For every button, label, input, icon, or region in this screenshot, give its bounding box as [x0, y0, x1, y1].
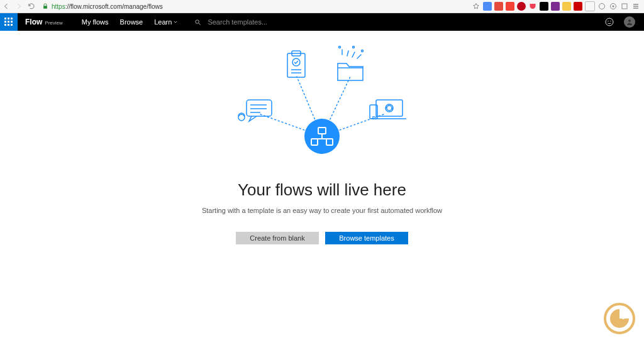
search-area[interactable]: [194, 18, 335, 26]
nav-learn[interactable]: Learn: [154, 18, 178, 26]
svg-point-6: [606, 18, 613, 26]
lock-icon: [42, 3, 49, 10]
browse-templates-button[interactable]: Browse templates: [325, 232, 408, 244]
extension-icon[interactable]: [494, 2, 503, 11]
svg-point-8: [610, 21, 611, 21]
search-input[interactable]: [206, 18, 335, 26]
svg-point-0: [599, 4, 605, 9]
brand-tag: Preview: [45, 20, 62, 26]
svg-line-33: [357, 55, 361, 58]
account-button[interactable]: [624, 16, 635, 28]
waffle-icon: [4, 18, 13, 26]
app-launcher-button[interactable]: [0, 13, 18, 31]
svg-rect-37: [376, 100, 402, 116]
svg-point-43: [620, 313, 626, 319]
extension-icon[interactable]: [597, 2, 606, 11]
svg-rect-20: [247, 100, 272, 116]
browser-reload-button[interactable]: [26, 1, 36, 11]
star-icon[interactable]: [472, 2, 480, 11]
svg-point-4: [196, 19, 199, 23]
browser-chrome: https://flow.microsoft.com/manage/flows: [0, 0, 644, 13]
svg-rect-3: [622, 4, 627, 9]
main-content: Your flows will live here Starting with …: [0, 42, 644, 244]
nav-my-flows[interactable]: My flows: [82, 18, 109, 26]
extension-icon[interactable]: [540, 2, 548, 11]
create-from-blank-button[interactable]: Create from blank: [236, 232, 319, 244]
svg-point-24: [238, 114, 245, 121]
onenote-icon[interactable]: [551, 2, 560, 11]
browser-forward-button[interactable]: [14, 1, 24, 11]
browser-extensions: [472, 1, 644, 11]
url-scheme: https: [52, 3, 65, 10]
feedback-button[interactable]: [604, 16, 615, 28]
empty-state-headline: Your flows will live here: [0, 180, 644, 200]
nav-browse[interactable]: Browse: [120, 18, 143, 26]
nav-learn-label: Learn: [154, 18, 172, 26]
app-nav-bar: Flow Preview My flows Browse Learn: [0, 13, 644, 31]
search-icon: [194, 19, 201, 26]
empty-state-subline: Starting with a template is an easy way …: [0, 207, 644, 214]
svg-point-7: [608, 21, 608, 21]
svg-rect-25: [287, 53, 305, 77]
extension-icon[interactable]: [620, 2, 629, 11]
svg-point-36: [362, 50, 364, 52]
svg-point-2: [613, 6, 614, 8]
brand-name: Flow: [25, 18, 42, 26]
url-bar[interactable]: https://flow.microsoft.com/manage/flows: [52, 3, 163, 10]
svg-line-32: [352, 52, 355, 57]
flipboard-icon[interactable]: [506, 2, 514, 11]
svg-point-34: [339, 46, 341, 48]
extension-icon[interactable]: [483, 2, 492, 11]
browser-back-button[interactable]: [1, 1, 11, 11]
empty-state-illustration: [228, 42, 416, 161]
extension-icon[interactable]: [574, 2, 582, 11]
url-rest: ://flow.microsoft.com/manage/flows: [65, 3, 163, 10]
extension-icon[interactable]: [609, 2, 618, 11]
brand[interactable]: Flow Preview: [18, 18, 63, 26]
chrome-menu-icon[interactable]: [631, 2, 640, 11]
extension-icon[interactable]: [562, 2, 571, 11]
svg-line-31: [347, 51, 348, 56]
watermark-logo: [604, 303, 635, 334]
svg-point-35: [353, 46, 355, 48]
svg-point-9: [628, 19, 631, 22]
chevron-down-icon: [173, 19, 178, 24]
extension-icon[interactable]: [585, 1, 595, 11]
svg-line-5: [199, 23, 201, 24]
cta-row: Create from blank Browse templates: [0, 232, 644, 244]
pinterest-icon[interactable]: [517, 2, 526, 11]
pocket-icon[interactable]: [528, 2, 537, 11]
